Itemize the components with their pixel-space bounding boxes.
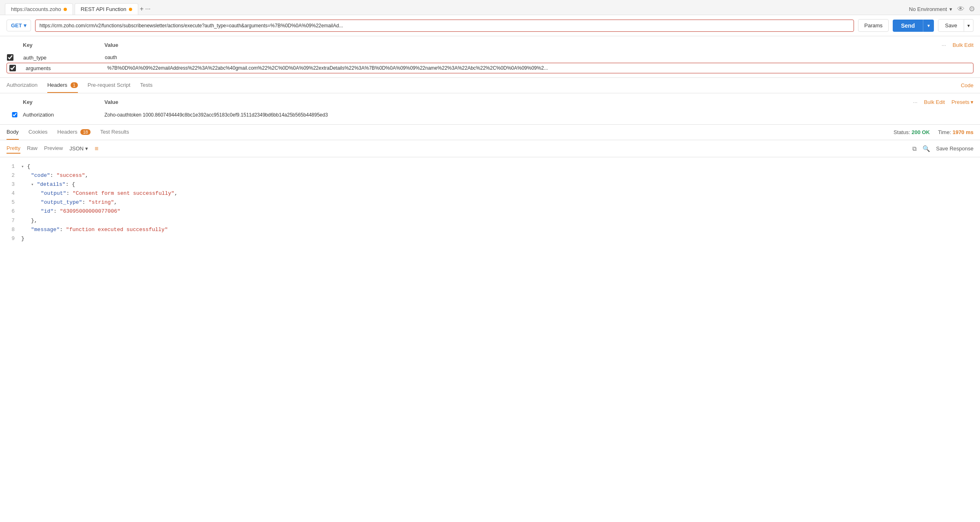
params-bulk-edit-button[interactable]: Bulk Edit xyxy=(953,42,973,48)
param-row-2-key: arguments xyxy=(26,65,107,71)
params-header: Key Value ··· Bulk Edit xyxy=(7,40,973,50)
env-icons: 👁 ⚙ xyxy=(957,4,975,13)
tab-tests[interactable]: Tests xyxy=(140,78,153,93)
json-line-5: 5 "output_type": "string", xyxy=(7,198,973,207)
response-tabs-left: Body Cookies Headers 18 Test Results xyxy=(7,125,129,140)
param-row-2-value: %7B%0D%0A%09%22emailAddress%22%3A%22abc%… xyxy=(107,65,971,71)
send-button[interactable]: Send xyxy=(893,20,923,32)
params-button[interactable]: Params xyxy=(858,19,889,32)
resp-tab-raw[interactable]: Raw xyxy=(27,143,38,154)
headers-badge: 1 xyxy=(71,82,78,88)
tab-rest-dot xyxy=(129,8,132,11)
tab-pre-request[interactable]: Pre-request Script xyxy=(88,78,131,93)
param-row-1-value: oauth xyxy=(105,55,973,60)
tab-accounts-dot xyxy=(64,8,67,11)
headers-key-col: Key xyxy=(23,99,104,105)
request-tabs-left: Authorization Headers 1 Pre-request Scri… xyxy=(7,78,153,93)
resp-tab-preview[interactable]: Preview xyxy=(44,143,63,154)
tab-headers[interactable]: Headers 1 xyxy=(47,78,78,93)
format-dropdown-icon: ▾ xyxy=(85,145,88,152)
response-section: Body Cookies Headers 18 Test Results Sta… xyxy=(0,125,980,140)
response-tab-test-results[interactable]: Test Results xyxy=(100,125,129,140)
tab-authorization[interactable]: Authorization xyxy=(7,78,38,93)
json-response-body: 1 ▾ { 2 "code": "success", 3 ▾ "details"… xyxy=(0,157,980,248)
response-tab-body[interactable]: Body xyxy=(7,125,19,140)
tab-add-button[interactable]: + xyxy=(140,5,144,13)
method-dropdown-icon: ▾ xyxy=(24,22,27,29)
tab-rest-label: REST API Function xyxy=(81,6,126,12)
save-dropdown-button[interactable]: ▾ xyxy=(964,19,973,32)
more-icon: ··· xyxy=(145,5,150,13)
url-input[interactable] xyxy=(35,20,854,32)
json-line-1: 1 ▾ { xyxy=(7,162,973,171)
headers-columns: Key Value xyxy=(7,97,118,107)
send-button-group: Send ▾ xyxy=(893,20,934,32)
status-label: Status: 200 OK xyxy=(894,129,930,135)
wrap-icon[interactable]: ≡ xyxy=(95,145,98,152)
presets-dropdown-icon: ▾ xyxy=(971,99,973,105)
eye-icon[interactable]: 👁 xyxy=(957,5,965,13)
params-value-col: Value xyxy=(104,42,118,48)
tab-more-button[interactable]: ··· xyxy=(145,5,150,13)
search-icon[interactable]: 🔍 xyxy=(922,145,930,152)
code-link[interactable]: Code xyxy=(961,82,973,88)
json-line-9: 9 } xyxy=(7,234,973,243)
param-row-arguments: arguments %7B%0D%0A%09%22emailAddress%22… xyxy=(7,63,973,73)
json-line-8: 8 "message": "function executed successf… xyxy=(7,225,973,234)
header-row-1-value: Zoho-oauthtoken 1000.8607494449c8bc1e392… xyxy=(104,112,973,118)
tab-accounts-label: https://accounts.zoho xyxy=(11,6,61,12)
send-dropdown-button[interactable]: ▾ xyxy=(923,20,934,32)
collapse-1[interactable]: ▾ xyxy=(21,164,24,169)
json-line-2: 2 "code": "success", xyxy=(7,171,973,180)
header-row-1-key: Authorization xyxy=(23,112,104,118)
request-tabs-section: Authorization Headers 1 Pre-request Scri… xyxy=(0,78,980,93)
response-tabs: Body Cookies Headers 18 Test Results Sta… xyxy=(7,125,973,140)
response-toolbar-right: ⧉ 🔍 Save Response xyxy=(912,145,973,152)
env-dropdown-icon: ▾ xyxy=(949,6,952,12)
plus-icon: + xyxy=(140,5,144,13)
param-row-1-key: auth_type xyxy=(23,55,105,61)
headers-bulk-edit-button[interactable]: Bulk Edit xyxy=(924,99,945,105)
headers-toolbar-right: ··· Bulk Edit Presets ▾ xyxy=(913,99,973,105)
save-button-group: Save ▾ xyxy=(938,19,973,32)
method-selector[interactable]: GET ▾ xyxy=(7,20,31,31)
params-key-col: Key xyxy=(23,42,104,48)
response-headers-badge: 18 xyxy=(80,129,90,135)
tab-accounts[interactable]: https://accounts.zoho xyxy=(5,3,73,15)
headers-more-icon[interactable]: ··· xyxy=(913,99,918,105)
header-row: Authorization Zoho-oauthtoken 1000.86074… xyxy=(7,109,973,120)
json-line-4: 4 "output": "Consent form sent successfu… xyxy=(7,189,973,198)
tab-bar-left: https://accounts.zoho REST API Function … xyxy=(5,3,150,15)
time-label: Time: 1970 ms xyxy=(938,129,973,135)
format-selector[interactable]: JSON ▾ xyxy=(69,145,88,152)
response-tab-headers[interactable]: Headers 18 xyxy=(58,125,91,140)
env-selector[interactable]: No Environment ▾ xyxy=(909,6,952,12)
collapse-3[interactable]: ▾ xyxy=(31,182,34,187)
status-value: 200 OK xyxy=(911,129,930,135)
method-label: GET xyxy=(11,22,22,29)
response-toolbar: Pretty Raw Preview JSON ▾ ≡ ⧉ 🔍 Save Res… xyxy=(0,140,980,157)
tab-rest[interactable]: REST API Function xyxy=(75,3,138,15)
headers-value-col: Value xyxy=(104,99,118,105)
gear-icon[interactable]: ⚙ xyxy=(969,4,975,13)
headers-toolbar: Key Value ··· Bulk Edit Presets ▾ xyxy=(7,97,973,107)
headers-section: Key Value ··· Bulk Edit Presets ▾ Author… xyxy=(0,93,980,125)
json-line-6: 6 "id": "63095000000077006" xyxy=(7,207,973,216)
param-row-1-checkbox[interactable] xyxy=(7,54,13,61)
tab-bar: https://accounts.zoho REST API Function … xyxy=(0,0,980,15)
header-row-1-checkbox[interactable] xyxy=(7,112,23,117)
headers-presets-button[interactable]: Presets ▾ xyxy=(951,99,973,105)
copy-icon[interactable]: ⧉ xyxy=(912,145,917,152)
param-row-2-checkbox[interactable] xyxy=(9,65,16,71)
save-response-button[interactable]: Save Response xyxy=(936,145,973,152)
env-label: No Environment xyxy=(909,6,947,12)
response-tab-cookies[interactable]: Cookies xyxy=(29,125,48,140)
response-status: Status: 200 OK Time: 1970 ms xyxy=(894,129,973,135)
save-button[interactable]: Save xyxy=(938,19,964,32)
params-section: Key Value ··· Bulk Edit auth_type oauth … xyxy=(0,36,980,78)
params-columns: Key Value xyxy=(7,40,118,50)
params-more-icon[interactable]: ··· xyxy=(942,42,946,48)
param-row: auth_type oauth xyxy=(7,52,973,63)
resp-tab-pretty[interactable]: Pretty xyxy=(7,143,20,154)
time-value: 1970 ms xyxy=(953,129,973,135)
